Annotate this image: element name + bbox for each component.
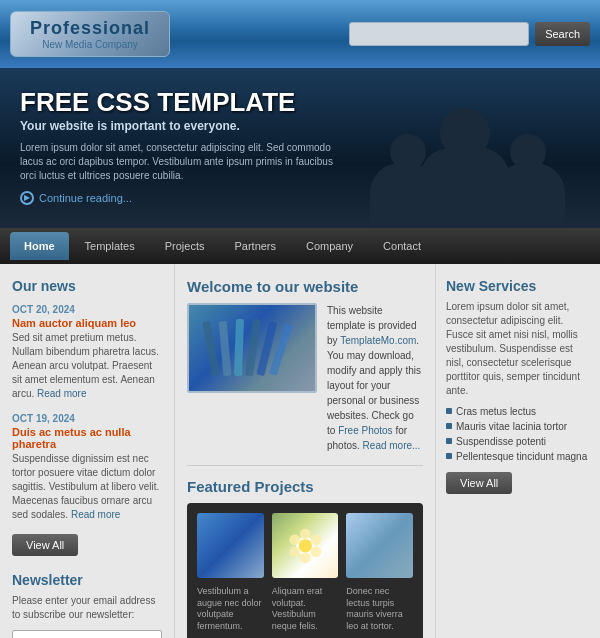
divider [187,465,423,466]
service-item: Mauris vitae lacinia tortor [446,421,590,432]
svg-point-11 [289,547,300,558]
nav-item-contact[interactable]: Contact [369,232,435,260]
figure-person-right-body [495,163,565,228]
header: Professional New Media Company Search [0,0,600,68]
featured-caption-2: Aliquam erat volutpat. Vestibulum neque … [272,586,339,633]
news-readmore[interactable]: Read more [37,388,86,399]
service-text: Cras metus lectus [456,406,536,417]
news-body: Sed sit amet pretium metus. Nullam biben… [12,331,162,401]
hero-figure [340,68,600,228]
service-text: Pellentesque tincidunt magna [456,451,587,462]
service-bullet [446,453,452,459]
hero-text: FREE CSS TEMPLATE Your website is import… [20,88,340,205]
news-readmore[interactable]: Read more [71,509,120,520]
hero-body: Lorem ipsum dolor sit amet, consectetur … [20,141,340,183]
news-body: Suspendisse dignissim est nec tortor pos… [12,452,162,522]
nav-item-company[interactable]: Company [292,232,367,260]
logo-title: Professional [25,18,155,39]
welcome-image-inner [189,305,315,391]
svg-rect-0 [202,320,219,376]
featured-title: Featured Projects [187,478,423,495]
news-item: OCT 20, 2024 Nam auctor aliquam leo Sed … [12,304,162,401]
newsletter-email-input[interactable] [12,630,162,638]
featured-image-2[interactable] [272,513,339,578]
featured-projects-section: Vestibulum a augue nec dolor volutpate f… [187,503,423,638]
services-list: Cras metus lectusMauris vitae lacinia to… [446,406,590,462]
featured-images-row [197,513,413,578]
nav-item-home[interactable]: Home [10,232,69,260]
featured-caption-1: Vestibulum a augue nec dolor volutpate f… [197,586,264,633]
services-view-all-button[interactable]: View All [446,472,512,494]
news-headline[interactable]: Nam auctor aliquam leo [12,317,162,329]
svg-point-9 [289,534,300,545]
news-headline[interactable]: Duis ac metus ac nulla pharetra [12,426,162,450]
featured-captions-row: Vestibulum a augue nec dolor volutpate f… [197,586,413,633]
nav-item-templates[interactable]: Templates [71,232,149,260]
service-bullet [446,438,452,444]
hero-readmore-link[interactable]: ▶ Continue reading... [20,191,340,205]
news-date: OCT 19, 2024 [12,413,162,424]
nav-item-partners[interactable]: Partners [220,232,290,260]
svg-point-7 [300,528,311,539]
flower-svg [272,513,339,578]
search-area: Search [349,22,590,46]
news-view-all-button[interactable]: View All [12,534,78,556]
welcome-readmore[interactable]: Read more... [363,440,421,451]
newsletter-title: Newsletter [12,572,162,588]
news-item: OCT 19, 2024 Duis ac metus ac nulla phar… [12,413,162,522]
hero-title: FREE CSS TEMPLATE [20,88,340,117]
featured-caption-3: Donec nec lectus turpis mauris viverra l… [346,586,413,633]
featured-image-1[interactable] [197,513,264,578]
hero-link-text: Continue reading... [39,192,132,204]
free-photos-link[interactable]: Free Photos [338,425,392,436]
service-bullet [446,408,452,414]
service-text: Suspendisse potenti [456,436,546,447]
templatemo-link[interactable]: TemplateMo.com [340,335,416,346]
services-title: New Services [446,278,590,294]
logo-area: Professional New Media Company [10,11,170,57]
svg-point-12 [310,547,321,558]
svg-point-13 [298,539,311,552]
left-sidebar: Our news OCT 20, 2024 Nam auctor aliquam… [0,264,175,638]
welcome-title: Welcome to our website [187,278,423,295]
service-item: Suspendisse potenti [446,436,590,447]
news-date: OCT 20, 2024 [12,304,162,315]
svg-point-8 [300,553,311,564]
hero-section: FREE CSS TEMPLATE Your website is import… [0,68,600,228]
nav-item-projects[interactable]: Projects [151,232,219,260]
navigation: HomeTemplatesProjectsPartnersCompanyCont… [0,228,600,264]
right-sidebar: New Services Lorem ipsum dolor sit amet,… [435,264,600,638]
hero-subtitle: Your website is important to everyone. [20,119,340,133]
welcome-text: This website template is provided by Tem… [327,303,423,453]
welcome-image [187,303,317,393]
svg-rect-1 [219,320,232,375]
search-input[interactable] [349,22,529,46]
service-bullet [446,423,452,429]
welcome-image-svg [197,311,307,386]
service-item: Cras metus lectus [446,406,590,417]
svg-point-10 [310,534,321,545]
svg-rect-2 [234,318,244,375]
logo-subtitle: New Media Company [25,39,155,50]
news-section-title: Our news [12,278,162,294]
search-button[interactable]: Search [535,22,590,46]
content-area: Our news OCT 20, 2024 Nam auctor aliquam… [0,264,600,638]
newsletter-section: Newsletter Please enter your email addre… [12,572,162,638]
play-icon: ▶ [20,191,34,205]
newsletter-body: Please enter your email address to subsc… [12,594,162,622]
featured-image-3[interactable] [346,513,413,578]
main-content: Welcome to our website This website temp… [175,264,435,638]
service-item: Pellentesque tincidunt magna [446,451,590,462]
service-text: Mauris vitae lacinia tortor [456,421,567,432]
services-body: Lorem ipsum dolor sit amet, consectetur … [446,300,590,398]
